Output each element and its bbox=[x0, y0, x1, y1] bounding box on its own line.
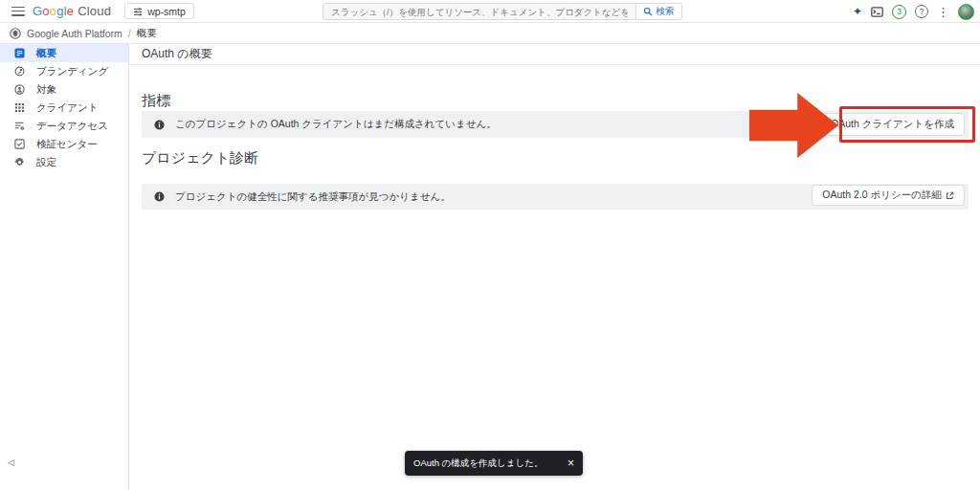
create-oauth-client-button[interactable]: OAuth クライアントを作成 bbox=[820, 113, 965, 136]
sidebar-nav: 概要 ブランディング 対象 クライアント データアクセス bbox=[0, 44, 129, 490]
diagnostics-section-heading: プロジェクト診断 bbox=[142, 149, 258, 167]
breadcrumb-separator: / bbox=[128, 28, 131, 39]
avatar[interactable] bbox=[958, 4, 974, 20]
sidebar-item-label: 検証センター bbox=[36, 138, 98, 151]
branding-icon bbox=[13, 66, 25, 78]
menu-icon[interactable] bbox=[11, 7, 25, 16]
settings-icon bbox=[13, 157, 25, 168]
external-link-icon bbox=[946, 191, 954, 200]
sidebar-item-label: クライアント bbox=[36, 101, 98, 115]
verification-icon bbox=[13, 139, 25, 150]
sidebar-item-audience[interactable]: 対象 bbox=[0, 80, 128, 99]
google-cloud-logo[interactable]: Google Cloud bbox=[33, 4, 111, 18]
sidebar-item-label: 設定 bbox=[36, 156, 56, 169]
info-icon bbox=[154, 191, 165, 202]
project-name: wp-smtp bbox=[147, 6, 186, 17]
sidebar-item-settings[interactable]: 設定 bbox=[0, 153, 128, 171]
search-bar: 検索 bbox=[323, 3, 682, 20]
sidebar-item-branding[interactable]: ブランディング bbox=[0, 62, 128, 80]
banner-text: このプロジェクトの OAuth クライアントはまだ構成されていません。 bbox=[175, 118, 497, 131]
breadcrumb-root[interactable]: Google Auth Platform bbox=[27, 28, 122, 39]
sidebar-item-label: ブランディング bbox=[36, 65, 108, 78]
google-cloud-console: Google Cloud wp-smtp 検索 ✦ 3 ? bbox=[0, 0, 980, 490]
page-title-row: OAuth の概要 bbox=[129, 44, 980, 65]
toast-message: OAuth の構成を作成しました。 bbox=[413, 457, 543, 470]
info-icon bbox=[154, 120, 165, 130]
sidebar-item-overview[interactable]: 概要 bbox=[0, 44, 128, 62]
breadcrumb: Google Auth Platform / 概要 bbox=[0, 23, 980, 44]
help-icon[interactable]: ? bbox=[915, 5, 928, 18]
header-actions: ✦ 3 ? ⋮ bbox=[853, 0, 974, 23]
sidebar-item-label: 概要 bbox=[36, 47, 56, 60]
logo-text-google: Google bbox=[33, 4, 74, 18]
breadcrumb-current: 概要 bbox=[137, 27, 157, 40]
toast-snackbar: OAuth の構成を作成しました。 × bbox=[405, 451, 583, 476]
project-selector[interactable]: wp-smtp bbox=[124, 3, 194, 19]
auth-platform-shield-icon bbox=[10, 28, 21, 39]
sidebar-item-label: 対象 bbox=[36, 83, 56, 97]
app-header: Google Cloud wp-smtp 検索 ✦ 3 ? bbox=[0, 0, 980, 23]
data-access-icon bbox=[13, 121, 25, 132]
page-title: OAuth の概要 bbox=[142, 46, 212, 62]
oauth-policy-details-label: OAuth 2.0 ポリシーの詳細 bbox=[822, 189, 942, 202]
sidebar-item-data-access[interactable]: データアクセス bbox=[0, 117, 128, 135]
search-input[interactable] bbox=[323, 4, 635, 19]
search-button-label: 検索 bbox=[656, 5, 675, 18]
search-icon bbox=[643, 7, 653, 16]
sidebar-item-label: データアクセス bbox=[36, 120, 108, 133]
clients-icon bbox=[13, 102, 25, 114]
oauth-policy-details-button[interactable]: OAuth 2.0 ポリシーの詳細 bbox=[812, 185, 965, 206]
create-oauth-client-label: OAuth クライアントを作成 bbox=[831, 118, 954, 131]
gemini-icon[interactable]: ✦ bbox=[853, 6, 862, 17]
banner-text: プロジェクトの健全性に関する推奨事項が見つかりません。 bbox=[175, 190, 451, 204]
sidebar-item-verification-center[interactable]: 検証センター bbox=[0, 135, 128, 153]
cloud-shell-icon[interactable] bbox=[871, 7, 883, 17]
main-content: OAuth の概要 指標 このプロジェクトの OAuth クライアントはまだ構成… bbox=[129, 44, 980, 490]
project-icon bbox=[133, 7, 143, 16]
logo-text-cloud: Cloud bbox=[78, 4, 111, 18]
metrics-section-heading: 指標 bbox=[142, 92, 170, 110]
notifications-badge[interactable]: 3 bbox=[892, 5, 906, 19]
search-button[interactable]: 検索 bbox=[635, 4, 681, 19]
sidebar-item-clients[interactable]: クライアント bbox=[0, 99, 128, 117]
sidebar-collapse-icon[interactable]: ◁ bbox=[8, 457, 14, 467]
audience-icon bbox=[13, 84, 25, 96]
more-options-icon[interactable]: ⋮ bbox=[937, 6, 949, 18]
dashboard-icon bbox=[13, 48, 25, 59]
toast-close-icon[interactable]: × bbox=[568, 457, 574, 469]
